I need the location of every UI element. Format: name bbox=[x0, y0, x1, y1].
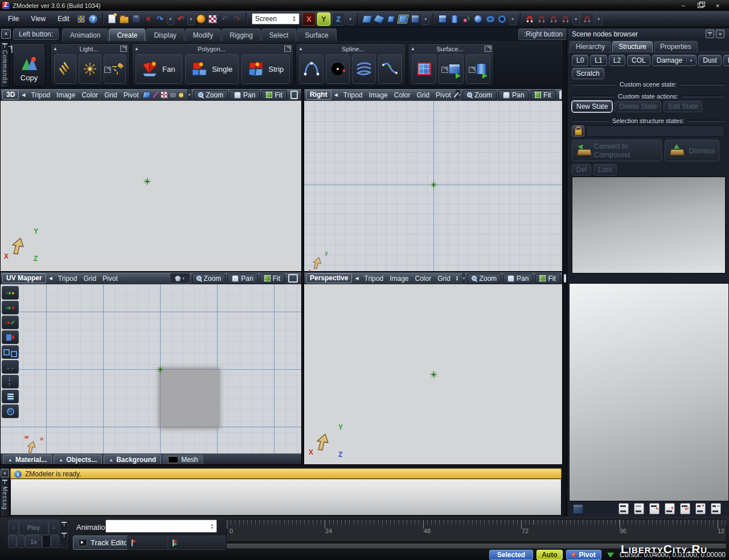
tab-display[interactable]: Display bbox=[146, 28, 184, 41]
uv-reset-button[interactable]: R bbox=[2, 404, 19, 418]
popup-icon[interactable] bbox=[284, 46, 291, 52]
magnet-graph-icon[interactable] bbox=[580, 13, 594, 26]
animation-combo[interactable]: ▲▼ bbox=[105, 520, 217, 533]
vppersp-menu-color[interactable]: Color bbox=[412, 275, 434, 283]
light-toggle-icon[interactable] bbox=[177, 89, 185, 101]
scale-mode-icon[interactable] bbox=[386, 13, 397, 24]
play-button[interactable]: Play bbox=[19, 520, 48, 535]
drop-indicator-icon[interactable] bbox=[607, 553, 614, 558]
collapse-panel-icon[interactable]: ▲ bbox=[53, 46, 58, 51]
collapse-arrow-icon[interactable]: ◀ bbox=[353, 276, 361, 281]
directional-light-button[interactable] bbox=[54, 54, 76, 84]
vpright-fit-button[interactable]: Fit bbox=[530, 90, 555, 100]
vppersp-menu-grid[interactable]: Grid bbox=[435, 275, 453, 283]
vpright-menu-grid[interactable]: Grid bbox=[413, 91, 432, 99]
vp3d-menu-color[interactable]: Color bbox=[79, 91, 101, 99]
export-icon[interactable]: ↶ bbox=[175, 13, 186, 24]
axis-x-button[interactable]: X bbox=[302, 13, 316, 26]
texture-browser-icon[interactable] bbox=[207, 13, 219, 24]
spline-curve-button[interactable] bbox=[378, 54, 402, 84]
tab-structure[interactable]: Structure bbox=[612, 41, 653, 52]
uv-weld-button[interactable] bbox=[2, 390, 19, 403]
copy-button[interactable]: Copy bbox=[13, 51, 45, 82]
pin-icon[interactable] bbox=[2, 43, 7, 48]
vpuv-zoom-button[interactable]: Zoom bbox=[192, 273, 226, 284]
vpright-menu-image[interactable]: Image bbox=[366, 91, 390, 99]
header-dropdown-icon[interactable]: ▾ bbox=[462, 273, 465, 284]
vp3d-zoom-button[interactable]: Zoom bbox=[194, 90, 228, 100]
surface-grid-button[interactable] bbox=[412, 54, 436, 84]
restore-button[interactable] bbox=[693, 2, 708, 10]
help-icon[interactable]: ? bbox=[88, 13, 99, 24]
more-menus-icon[interactable]: ▾▾ bbox=[454, 276, 461, 280]
damage-combo[interactable]: Damage ▾ bbox=[652, 55, 697, 66]
vpright-pan-button[interactable]: Pan bbox=[498, 90, 529, 100]
vpuv-pan-button[interactable]: Pan bbox=[227, 273, 257, 284]
collapse-panel-icon[interactable]: ▲ bbox=[411, 46, 415, 51]
vpuv-fit-button[interactable]: Fit bbox=[260, 273, 285, 284]
spot-light-button[interactable] bbox=[104, 54, 126, 84]
close-button[interactable]: × bbox=[710, 2, 726, 10]
move-mode-icon[interactable] bbox=[362, 13, 373, 24]
timeline-ruler[interactable]: 0 24 48 72 96 12 bbox=[226, 519, 727, 542]
vp3d-menu-tripod[interactable]: Tripod bbox=[28, 91, 54, 99]
viewport-perspective-label[interactable]: Perspective bbox=[306, 273, 352, 283]
viewport-3d-canvas[interactable]: Y X Z bbox=[1, 101, 301, 271]
shading-mode-icon[interactable] bbox=[142, 89, 150, 101]
vpuv-menu-tripod[interactable]: Tripod bbox=[55, 275, 80, 283]
cube-primitive-icon[interactable] bbox=[437, 13, 448, 24]
spline-circle-button[interactable] bbox=[326, 54, 350, 84]
header-dropdown-icon[interactable]: ▾ bbox=[187, 89, 193, 101]
surface-mode-icon[interactable] bbox=[398, 13, 409, 24]
tab-modify[interactable]: Modify bbox=[185, 28, 221, 41]
collapse-arrow-icon[interactable]: ◀ bbox=[19, 92, 27, 97]
magnet-move-icon[interactable] bbox=[536, 13, 547, 24]
new-state-button[interactable]: New State bbox=[572, 101, 612, 112]
popup-icon[interactable] bbox=[441, 67, 448, 73]
minimize-button[interactable]: − bbox=[675, 2, 691, 10]
vpright-menu-tripod[interactable]: Tripod bbox=[341, 91, 366, 99]
tab-surface[interactable]: Surface bbox=[297, 28, 336, 41]
polygon-single-button[interactable]: Single bbox=[185, 54, 239, 84]
delete-state-button[interactable]: Delete State bbox=[615, 101, 661, 112]
vpright-menu-pivot[interactable]: Pivot bbox=[433, 91, 454, 99]
vertices-primitive-icon[interactable] bbox=[461, 13, 472, 24]
texture-toggle-icon[interactable] bbox=[160, 89, 168, 101]
redo-icon[interactable]: ↷ bbox=[231, 13, 243, 24]
spline-helix-button[interactable] bbox=[352, 54, 376, 84]
popup-icon[interactable] bbox=[469, 67, 476, 73]
new-file-icon[interactable] bbox=[107, 13, 118, 24]
uv-layout-button[interactable] bbox=[2, 345, 19, 359]
popup-icon[interactable] bbox=[485, 46, 492, 52]
undo-icon[interactable]: ↶ bbox=[219, 13, 231, 24]
primitive-dropdown-icon[interactable]: ▾ bbox=[509, 13, 517, 25]
draw-mode-icon[interactable]: ▾ bbox=[455, 89, 461, 100]
collapse-arrow-icon[interactable]: ◀ bbox=[332, 92, 340, 97]
tab-mesh[interactable]: Mesh bbox=[163, 455, 203, 464]
vpright-menu-color[interactable]: Color bbox=[391, 91, 413, 99]
magnet-graph-dropdown-icon[interactable]: ▾ bbox=[595, 13, 603, 25]
tab-select[interactable]: Select bbox=[261, 28, 296, 41]
node-toggle-bottom-icon[interactable] bbox=[634, 503, 644, 514]
uv-align-vertical-button[interactable]: →← bbox=[2, 375, 19, 389]
dismiss-button[interactable]: Dismiss bbox=[665, 140, 719, 161]
lod-l2-button[interactable]: L2 bbox=[609, 55, 625, 66]
viewport-uv-label[interactable]: UV Mapper bbox=[2, 273, 46, 283]
vpright-maximize-button[interactable] bbox=[559, 91, 562, 99]
uv-apply-button[interactable]: ➔● bbox=[2, 286, 19, 300]
save-icon[interactable] bbox=[130, 13, 142, 24]
menu-edit[interactable]: Edit bbox=[52, 14, 75, 24]
magnet-icon[interactable] bbox=[524, 13, 535, 24]
vp3d-fit-button[interactable]: Fit bbox=[261, 90, 286, 100]
combo-spinner-icon[interactable]: ▲▼ bbox=[292, 15, 296, 22]
tab-hierarchy[interactable]: Hierarchy bbox=[570, 41, 611, 52]
node-toggle-top-icon[interactable] bbox=[619, 503, 629, 514]
panel-pin-icon[interactable] bbox=[706, 30, 714, 38]
pin-icon[interactable] bbox=[2, 479, 7, 484]
cylinder-primitive-icon[interactable] bbox=[449, 13, 460, 24]
mesh-color-swatch[interactable] bbox=[168, 456, 178, 463]
scene-nodes-list[interactable] bbox=[569, 283, 729, 501]
export-dropdown-icon[interactable]: ▾ bbox=[187, 13, 195, 25]
tab-background[interactable]: ▲Background bbox=[104, 455, 161, 464]
vppersp-menu-image[interactable]: Image bbox=[387, 275, 411, 283]
